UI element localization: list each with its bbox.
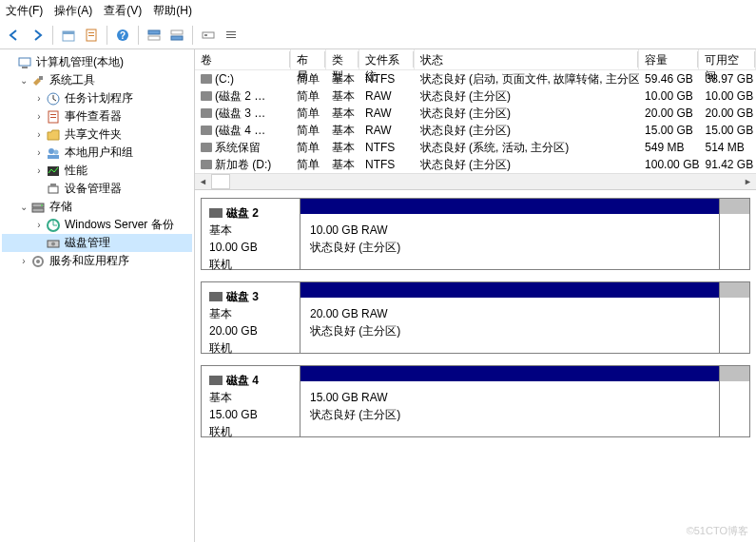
disk-block[interactable]: 磁盘 2基本10.00 GB联机10.00 GB RAW状态良好 (主分区) [201,198,750,270]
svg-point-24 [54,149,59,154]
collapse-icon[interactable]: ⌄ [17,202,30,212]
col-free[interactable]: 可用空间 [699,49,756,69]
up-button[interactable] [58,25,79,46]
disk-graphical-pane: 磁盘 2基本10.00 GB联机10.00 GB RAW状态良好 (主分区)磁盘… [195,190,756,542]
unallocated[interactable] [719,366,749,436]
svg-rect-25 [48,155,59,159]
horizontal-scrollbar[interactable]: ◄ ► [195,173,756,189]
view-top-button[interactable] [144,25,165,46]
list-button[interactable] [221,25,242,46]
svg-rect-18 [39,76,43,80]
svg-rect-21 [50,114,56,115]
volume-row[interactable]: (磁盘 3 …简单基本RAW状态良好 (主分区)20.00 GB20.00 GB [195,105,756,122]
users-icon [46,145,61,161]
properties-button[interactable] [81,25,102,46]
svg-rect-1 [63,31,74,34]
volume-row[interactable]: 新加卷 (D:)简单基本NTFS状态良好 (主分区)100.00 GB91.42… [195,156,756,173]
tree-users[interactable]: ›本地用户和组 [2,144,192,162]
settings-button[interactable] [198,25,219,46]
collapse-icon[interactable]: ⌄ [17,75,30,86]
menu-file[interactable]: 文件(F) [6,3,43,19]
svg-rect-9 [171,30,183,34]
tree-perf[interactable]: ›性能 [2,162,192,180]
col-status[interactable]: 状态 [415,49,639,69]
scroll-right-icon[interactable]: ► [740,174,756,189]
view-bottom-button[interactable] [166,25,187,46]
forward-button[interactable] [27,25,48,46]
tree-shared[interactable]: ›共享文件夹 [2,126,192,144]
expand-icon[interactable]: › [32,147,46,158]
partition[interactable]: 15.00 GB RAW状态良好 (主分区) [300,366,719,436]
menu-action[interactable]: 操作(A) [54,3,92,19]
scroll-left-icon[interactable]: ◄ [195,174,211,189]
device-icon [46,182,61,197]
tree-root[interactable]: 计算机管理(本地) [2,53,192,71]
perf-icon [46,164,61,179]
col-fs[interactable]: 文件系统 [359,49,415,69]
volume-icon [201,160,212,169]
menu-view[interactable]: 查看(V) [104,3,142,19]
volume-row[interactable]: 系统保留简单基本NTFS状态良好 (系统, 活动, 主分区)549 MB514 … [195,139,756,156]
tree-diskmgmt[interactable]: 磁盘管理 [2,234,192,252]
tree-pane: 计算机管理(本地) ⌄系统工具 ›任务计划程序 ›事件查看器 ›共享文件夹 ›本… [0,49,195,542]
volume-icon [201,91,212,101]
svg-rect-27 [48,186,58,193]
tree-root-label: 计算机管理(本地) [36,54,124,70]
partition-bar [300,282,719,298]
col-type[interactable]: 类型 [326,49,359,69]
svg-point-23 [48,148,54,154]
tree-storage[interactable]: ⌄存储 [2,198,192,216]
disk-icon [209,376,223,385]
expand-icon[interactable]: › [32,165,46,176]
watermark: ©51CTO博客 [687,524,748,538]
volume-row[interactable]: (磁盘 4 …简单基本RAW状态良好 (主分区)15.00 GB15.00 GB [195,122,756,139]
disk-icon [209,292,223,301]
tree-devmgr-label: 设备管理器 [65,181,122,197]
tree-eventvwr[interactable]: ›事件查看器 [2,107,192,126]
menu-bar: 文件(F) 操作(A) 查看(V) 帮助(H) [0,0,756,21]
expand-icon[interactable]: › [17,256,30,266]
disk-block[interactable]: 磁盘 4基本15.00 GB联机15.00 GB RAW状态良好 (主分区) [201,365,750,437]
volume-row[interactable]: (C:)简单基本NTFS状态良好 (启动, 页面文件, 故障转储, 主分区)59… [195,70,756,87]
disk-block[interactable]: 磁盘 3基本20.00 GB联机20.00 GB RAW状态良好 (主分区) [201,281,750,354]
svg-rect-28 [50,184,56,186]
tree-scheduler-label: 任务计划程序 [65,90,133,106]
unallocated[interactable] [719,282,749,353]
back-button[interactable] [4,25,25,46]
menu-help[interactable]: 帮助(H) [153,3,192,19]
expand-icon[interactable]: › [32,220,46,230]
svg-rect-15 [226,37,236,38]
col-capacity[interactable]: 容量 [639,49,699,69]
scroll-thumb[interactable] [211,174,230,189]
svg-rect-17 [22,67,28,68]
col-layout[interactable]: 布局 [291,49,326,69]
partition[interactable]: 10.00 GB RAW状态良好 (主分区) [300,199,719,269]
expand-icon[interactable]: › [32,129,46,140]
svg-rect-16 [19,58,30,66]
disk-icon [209,208,223,218]
col-volume[interactable]: 卷 [195,49,291,69]
partition-bar [300,199,719,214]
tree-wsbackup[interactable]: ›Windows Server 备份 [2,216,192,234]
svg-point-31 [41,204,43,206]
expand-icon[interactable]: › [32,111,46,122]
services-icon [30,254,46,269]
tree-systools-label: 系统工具 [49,72,95,88]
expand-icon[interactable]: › [32,93,46,104]
tree-scheduler[interactable]: ›任务计划程序 [2,89,192,107]
tree-devmgr[interactable]: 设备管理器 [2,180,192,198]
partition-info: 10.00 GB RAW状态良好 (主分区) [300,214,719,269]
tree-systools[interactable]: ⌄系统工具 [2,71,192,89]
help-button[interactable]: ? [112,25,133,46]
partition[interactable]: 20.00 GB RAW状态良好 (主分区) [300,282,719,353]
clock-icon [46,91,61,106]
svg-rect-14 [226,34,236,35]
tree-services[interactable]: ›服务和应用程序 [2,252,192,270]
event-icon [46,109,61,125]
unallocated[interactable] [719,199,749,269]
storage-icon [30,200,46,215]
volume-list-header: 卷 布局 类型 文件系统 状态 容量 可用空间 [195,49,756,70]
volume-icon [201,108,212,118]
volume-row[interactable]: (磁盘 2 …简单基本RAW状态良好 (主分区)10.00 GB10.00 GB [195,87,756,105]
volume-icon [201,143,212,152]
